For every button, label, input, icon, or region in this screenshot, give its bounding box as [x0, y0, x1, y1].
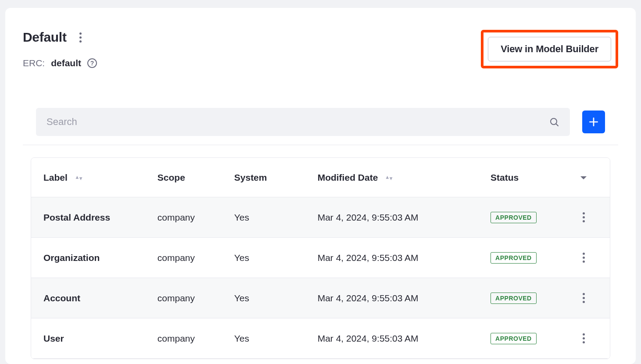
view-in-model-builder-button[interactable]: View in Model Builder	[488, 37, 611, 61]
erc-line: ERC: default ?	[23, 58, 97, 68]
kebab-icon	[583, 332, 585, 344]
cell-system: Yes	[222, 278, 305, 318]
search-icon[interactable]	[549, 117, 559, 127]
cell-modified: Mar 4, 2024, 9:55:03 AM	[305, 197, 478, 238]
status-badge: APPROVED	[491, 333, 537, 344]
row-actions-menu[interactable]	[569, 292, 598, 304]
col-header-actions[interactable]	[557, 158, 610, 197]
cell-actions	[557, 318, 610, 359]
cell-actions	[557, 197, 610, 238]
kebab-icon	[79, 32, 82, 43]
col-header-status[interactable]: Status	[478, 158, 557, 197]
highlight-box: View in Model Builder	[481, 30, 618, 68]
help-icon[interactable]: ?	[87, 58, 97, 68]
cell-system: Yes	[222, 238, 305, 278]
cell-status: APPROVED	[478, 197, 557, 238]
cell-actions	[557, 238, 610, 278]
toolbar-divider	[23, 145, 618, 145]
page-actions-menu[interactable]	[75, 32, 86, 43]
plus-icon	[588, 116, 599, 128]
status-badge: APPROVED	[491, 212, 537, 223]
cell-scope: company	[145, 278, 222, 318]
search-input[interactable]	[47, 116, 549, 128]
col-header-label[interactable]: Label	[31, 158, 145, 197]
add-button[interactable]	[582, 111, 605, 133]
table-row: Postal Address company Yes Mar 4, 2024, …	[31, 197, 610, 238]
col-header-modified[interactable]: Modified Date	[305, 158, 478, 197]
col-header-modified-text: Modified Date	[318, 172, 378, 182]
kebab-icon	[583, 252, 585, 264]
table-wrap: Label Scope System Modified Date	[23, 157, 618, 359]
table-body: Postal Address company Yes Mar 4, 2024, …	[31, 197, 610, 359]
status-badge: APPROVED	[491, 293, 537, 304]
kebab-icon	[583, 292, 585, 304]
erc-label: ERC:	[23, 58, 45, 68]
data-table: Label Scope System Modified Date	[31, 157, 610, 359]
sort-icon	[75, 175, 83, 182]
page-title: Default	[23, 30, 67, 45]
table-header-row: Label Scope System Modified Date	[31, 158, 610, 197]
cell-modified: Mar 4, 2024, 9:55:03 AM	[305, 278, 478, 318]
cell-system: Yes	[222, 197, 305, 238]
cell-status: APPROVED	[478, 278, 557, 318]
main-card: Default ERC: default ? View in Model Bui…	[5, 8, 636, 364]
row-actions-menu[interactable]	[569, 252, 598, 264]
cell-label: Organization	[31, 238, 145, 278]
table-row: User company Yes Mar 4, 2024, 9:55:03 AM…	[31, 318, 610, 359]
toolbar	[23, 108, 618, 136]
erc-value: default	[51, 58, 81, 68]
col-header-system-text: System	[234, 172, 267, 182]
cell-scope: company	[145, 238, 222, 278]
cell-status: APPROVED	[478, 238, 557, 278]
cell-label: Account	[31, 278, 145, 318]
cell-scope: company	[145, 318, 222, 359]
cell-label: Postal Address	[31, 197, 145, 238]
row-actions-menu[interactable]	[569, 211, 598, 223]
header-row: Default ERC: default ? View in Model Bui…	[23, 30, 618, 68]
chevron-down-icon	[580, 175, 587, 181]
sort-icon	[385, 175, 394, 182]
title-block: Default ERC: default ?	[23, 30, 97, 68]
col-header-label-text: Label	[43, 172, 68, 182]
kebab-icon	[583, 211, 585, 223]
cell-label: User	[31, 318, 145, 359]
col-header-status-text: Status	[491, 172, 519, 182]
col-header-scope-text: Scope	[158, 172, 185, 182]
cell-status: APPROVED	[478, 318, 557, 359]
cell-scope: company	[145, 197, 222, 238]
row-actions-menu[interactable]	[569, 332, 598, 344]
col-header-system[interactable]: System	[222, 158, 305, 197]
cell-system: Yes	[222, 318, 305, 359]
title-line: Default	[23, 30, 97, 45]
status-badge: APPROVED	[491, 252, 537, 264]
cell-modified: Mar 4, 2024, 9:55:03 AM	[305, 318, 478, 359]
svg-line-1	[556, 124, 559, 126]
table-row: Organization company Yes Mar 4, 2024, 9:…	[31, 238, 610, 278]
col-header-scope[interactable]: Scope	[145, 158, 222, 197]
cell-actions	[557, 278, 610, 318]
table-row: Account company Yes Mar 4, 2024, 9:55:03…	[31, 278, 610, 318]
search-field-wrap	[36, 108, 570, 136]
cell-modified: Mar 4, 2024, 9:55:03 AM	[305, 238, 478, 278]
